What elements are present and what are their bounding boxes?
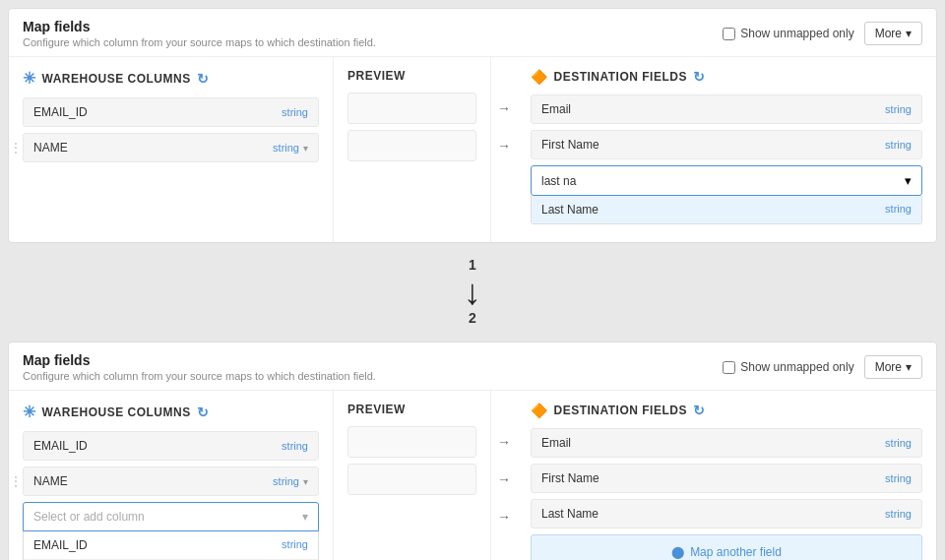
- show-unmapped-label-2: Show unmapped only: [740, 360, 853, 374]
- result-name-lastname: Last Name: [541, 203, 598, 217]
- select-add-dropdown[interactable]: Select or add column ▾: [23, 502, 319, 531]
- dropdown-arrow-2[interactable]: ▾: [303, 476, 308, 487]
- more-label-2: More: [875, 360, 902, 374]
- show-unmapped-checkbox-1[interactable]: Show unmapped only: [723, 27, 853, 40]
- drag-handle-2: ⋮: [10, 474, 22, 488]
- more-button-2[interactable]: More ▾: [864, 355, 922, 379]
- destination-label-1: Destination fields: [554, 70, 687, 84]
- dropdown-arrow-1[interactable]: ▾: [303, 143, 308, 154]
- panel-1-header-right: Show unmapped only More ▾: [723, 22, 922, 45]
- chevron-down-icon-2: ▾: [906, 360, 912, 374]
- show-unmapped-checkbox-2[interactable]: Show unmapped only: [723, 360, 853, 374]
- dest-field-type-email-2: string: [885, 437, 912, 449]
- dropdown-item-email-id[interactable]: EMAIL_ID string: [24, 531, 318, 560]
- dest-field-firstname-1: First Name string: [531, 130, 922, 159]
- dropdown-item-name-email-id: EMAIL_ID: [33, 538, 88, 552]
- arrow-email-2: →: [497, 426, 511, 458]
- preview-col-1: PREVIEW: [334, 57, 491, 242]
- panel-2-body: ✳ Warehouse columns ↻ EMAIL_ID string ⋮ …: [9, 391, 936, 560]
- dest-field-name-email-2: Email: [541, 436, 571, 450]
- dest-field-lastname-2: Last Name string: [531, 499, 922, 529]
- dropdown-result-1: Last Name string: [531, 196, 922, 224]
- show-unmapped-input-2[interactable]: [723, 361, 735, 374]
- chevron-down-icon-1: ▾: [906, 27, 912, 40]
- field-type-name-1: string: [273, 142, 299, 154]
- transition-arrow: 1 ↓ 2: [464, 253, 481, 332]
- panel-2: Map fields Configure which column from y…: [8, 342, 937, 560]
- refresh-icon-warehouse-1[interactable]: ↻: [197, 71, 210, 87]
- destination-col-1: 🔶 Destination fields ↻ Email string Firs…: [517, 57, 936, 242]
- warehouse-label-1: Warehouse columns: [42, 72, 191, 86]
- select-add-container: ⋮ Select or add column ▾ EMAIL_ID string…: [23, 502, 319, 560]
- preview-box-4: [347, 464, 476, 495]
- type-arrow-2: string ▾: [273, 475, 308, 487]
- dest-field-email-1: Email string: [531, 94, 922, 124]
- warehouse-field-email-id-2: EMAIL_ID string: [23, 431, 319, 461]
- dest-field-type-email-1: string: [885, 103, 912, 115]
- dest-search-dropdown-1[interactable]: ▾: [531, 165, 922, 196]
- field-name-email-id-1: EMAIL_ID: [33, 105, 88, 119]
- warehouse-header-2: ✳ Warehouse columns ↻: [23, 403, 319, 421]
- dropdown-arrow-select: ▾: [302, 510, 308, 524]
- drag-handle-1: ⋮: [10, 141, 22, 155]
- preview-header-1: PREVIEW: [347, 69, 476, 83]
- warehouse-field-name-1: ⋮ NAME string ▾: [23, 133, 319, 162]
- more-button-1[interactable]: More ▾: [864, 22, 922, 45]
- map-another-button[interactable]: ⬤ Map another field: [531, 534, 922, 560]
- dest-field-type-firstname-1: string: [885, 139, 912, 151]
- hubspot-icon-1: 🔶: [531, 69, 548, 85]
- select-add-wrapper: Select or add column ▾ EMAIL_ID string N…: [23, 502, 319, 560]
- arrow-name-1: →: [497, 130, 511, 161]
- warehouse-header-1: ✳ Warehouse columns ↻: [23, 69, 319, 88]
- big-arrow-icon: ↓: [464, 275, 481, 310]
- dest-field-name-lastname-2: Last Name: [541, 507, 598, 521]
- panel-2-header-right: Show unmapped only More ▾: [723, 355, 922, 379]
- refresh-icon-warehouse-2[interactable]: ↻: [197, 404, 210, 420]
- dest-search-input-1[interactable]: [541, 174, 905, 188]
- select-add-placeholder: Select or add column: [33, 510, 145, 524]
- dest-field-type-firstname-2: string: [885, 472, 912, 484]
- warehouse-field-email-id-1: EMAIL_ID string: [23, 97, 319, 127]
- preview-box-1: [347, 93, 476, 124]
- warehouse-col-1: ✳ Warehouse columns ↻ EMAIL_ID string ⋮ …: [9, 57, 334, 242]
- destination-header-1: 🔶 Destination fields ↻: [531, 69, 922, 85]
- preview-label-1: PREVIEW: [347, 69, 406, 83]
- panel-1-header: Map fields Configure which column from y…: [9, 9, 936, 57]
- panel-2-header-left: Map fields Configure which column from y…: [23, 352, 376, 382]
- more-label-1: More: [875, 27, 902, 40]
- refresh-icon-dest-2[interactable]: ↻: [693, 403, 706, 418]
- dest-field-name-firstname-1: First Name: [541, 138, 599, 152]
- refresh-icon-dest-1[interactable]: ↻: [693, 69, 706, 85]
- transition-container: 1 ↓ 2: [0, 251, 945, 334]
- field-type-name-2: string: [273, 475, 299, 487]
- dest-field-email-2: Email string: [531, 428, 922, 458]
- arrow-label-2: 2: [469, 310, 476, 326]
- type-arrow-1: string ▾: [273, 142, 308, 154]
- warehouse-field-name-2: ⋮ NAME string ▾: [23, 467, 319, 496]
- preview-label-2: PREVIEW: [347, 403, 406, 416]
- snowflake-icon-2: ✳: [23, 403, 36, 421]
- dest-field-name-email-1: Email: [541, 102, 571, 116]
- field-name-name-2: NAME: [33, 474, 68, 488]
- panel-2-subtitle: Configure which column from your source …: [23, 370, 376, 382]
- dest-field-firstname-2: First Name string: [531, 464, 922, 493]
- arrow-col-2: → → →: [491, 391, 517, 560]
- arrow-name-2: →: [497, 464, 511, 495]
- panel-1: Map fields Configure which column from y…: [8, 8, 937, 243]
- show-unmapped-input-1[interactable]: [723, 28, 735, 40]
- show-unmapped-label-1: Show unmapped only: [740, 27, 853, 40]
- dropdown-item-type-email-id: string: [282, 538, 308, 552]
- preview-col-2: PREVIEW: [334, 391, 491, 560]
- field-type-email-id-2: string: [282, 440, 308, 452]
- destination-col-2: 🔶 Destination fields ↻ Email string Firs…: [517, 391, 936, 560]
- arrow-label-1: 1: [469, 257, 476, 273]
- panel-1-header-left: Map fields Configure which column from y…: [23, 19, 376, 48]
- field-name-name-1: NAME: [33, 141, 68, 155]
- panel-1-body: ✳ Warehouse columns ↻ EMAIL_ID string ⋮ …: [9, 57, 936, 242]
- field-type-email-id-1: string: [282, 106, 308, 118]
- panel-2-header: Map fields Configure which column from y…: [9, 342, 936, 391]
- hubspot-icon-2: 🔶: [531, 403, 548, 418]
- panel-1-title: Map fields: [23, 19, 376, 34]
- dropdown-result-item-lastname[interactable]: Last Name string: [532, 196, 921, 223]
- dest-field-name-firstname-2: First Name: [541, 471, 599, 485]
